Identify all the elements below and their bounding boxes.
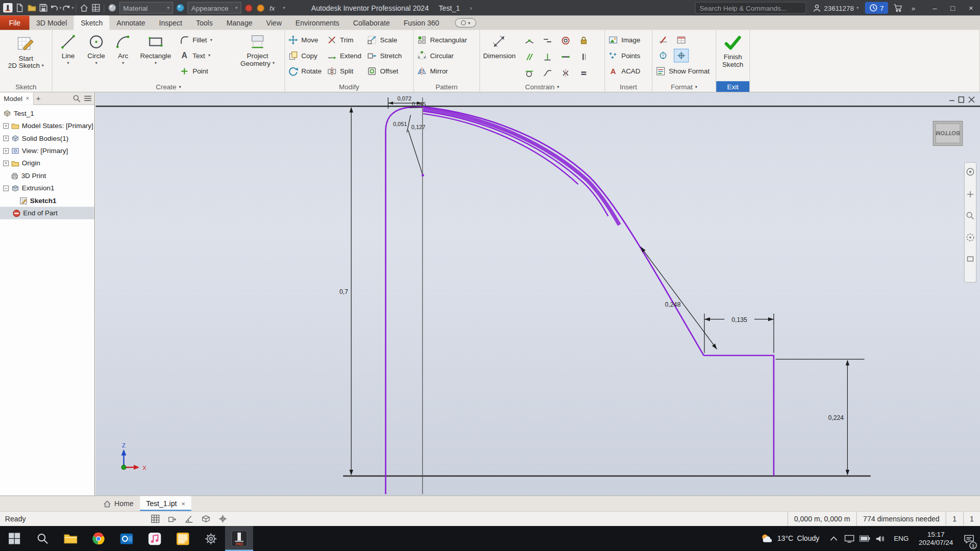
learning-panel-badge[interactable]: 7 [865,2,888,14]
tree-item-sketch1[interactable]: Sketch1 [0,194,94,207]
tab-view[interactable]: View [259,16,288,30]
trim-button[interactable]: Trim [326,32,365,47]
browser-search-icon[interactable] [72,94,81,103]
dimension-button[interactable]: Dimension [482,32,517,59]
close-button[interactable]: × [962,0,980,16]
stretch-button[interactable]: Stretch [365,47,407,63]
tab-close-icon[interactable]: × [181,500,185,508]
tab-sketch[interactable]: Sketch [74,16,110,30]
dimension-label[interactable]: 0,072 [397,95,411,102]
constraint-tangent-button[interactable] [522,66,536,80]
tray-battery-button[interactable] [857,526,873,551]
panel-label-constrain[interactable]: Constrain▾ [480,81,604,92]
dimension-label[interactable]: 0,248 [665,301,681,308]
rectangle-button[interactable]: Rectangle▾ [136,32,176,67]
appearance-select[interactable]: Appearance▾ [187,2,241,14]
panel-label-modify[interactable]: Modify [285,81,413,92]
tree-item-view[interactable]: + View: [Primary] [0,144,94,157]
dimension-style-button[interactable] [674,33,689,46]
split-button[interactable]: Split [326,63,365,79]
centerpoint-toggle-button[interactable] [674,48,689,62]
browser-tab-model[interactable]: Model× [0,92,34,105]
sketch-profile[interactable] [386,107,774,494]
color-orange-ball-icon[interactable] [254,1,266,14]
qat-more-icon[interactable]: ▾ [278,1,290,14]
tree-item-model-states[interactable]: + Model States: [Primary] [0,119,94,132]
constraint-concentric-button[interactable] [558,34,573,47]
tab-tools[interactable]: Tools [189,16,219,30]
move-button[interactable]: Move [287,32,326,47]
minimize-button[interactable]: – [925,0,944,16]
show-format-button[interactable]: Show Format [654,63,711,79]
inventor-taskbar-button[interactable]: PRO [225,526,253,551]
status-grid-icon[interactable] [151,514,160,523]
tree-item-origin[interactable]: + Origin [0,157,94,169]
material-select[interactable]: Material▾ [119,2,173,14]
toolbar-overflow-icon[interactable]: » [908,1,919,14]
line-button[interactable]: Line▾ [55,32,82,67]
material-ball-icon[interactable] [106,1,118,14]
tab-home[interactable]: Home [97,496,140,511]
ribbon-display-toggle-icon[interactable]: ▾ [455,18,476,28]
dimension-label[interactable]: 0,051 [393,121,407,127]
dimension-label[interactable]: 0,135 [731,316,747,323]
save-icon[interactable] [37,1,49,14]
insert-acad-button[interactable]: AACAD [607,63,642,79]
music-app-button[interactable] [141,526,169,551]
expand-icon[interactable]: + [3,123,9,129]
doc-window-controls[interactable] [949,97,974,103]
status-angle-icon[interactable] [185,514,194,523]
tab-inspect[interactable]: Inspect [152,16,189,30]
tray-volume-button[interactable] [873,526,889,551]
taskbar-search-button[interactable] [28,526,56,551]
circular-pattern-button[interactable]: Circular [415,47,468,63]
doc-close-icon[interactable] [969,97,974,103]
constraint-coincident-button[interactable] [522,34,536,47]
undo-icon[interactable]: ▾ [50,1,62,14]
start-2d-sketch-button[interactable]: Start 2D Sketch▾ [8,32,44,69]
mirror-button[interactable]: Mirror [415,63,468,79]
parameters-fx-icon[interactable]: fx [266,1,278,14]
browser-menu-icon[interactable] [84,95,92,102]
navigation-bar[interactable] [964,162,976,282]
copy-button[interactable]: Copy [287,47,326,63]
tree-item-3d-print[interactable]: 3D Print [0,169,94,182]
chrome-button[interactable] [84,526,112,551]
status-select-icon[interactable] [218,514,228,523]
weather-widget[interactable]: 13°CCloudy [755,534,826,544]
offset-button[interactable]: Offset [365,63,407,79]
tree-item-solid-bodies[interactable]: + Solid Bodies(1) [0,132,94,144]
constraint-lock-button[interactable] [576,34,591,47]
constraint-parallel-button[interactable] [522,50,536,64]
finish-sketch-button[interactable]: Finish Sketch [722,32,743,68]
tab-collaborate[interactable]: Collaborate [346,16,397,30]
circle-button[interactable]: Circle▾ [82,32,110,67]
viewcube[interactable]: BOTTOM [933,121,963,146]
tray-network-button[interactable] [841,526,857,551]
constraint-perpendicular-button[interactable] [540,50,554,64]
notes-app-button[interactable] [169,526,197,551]
construction-toggle-button[interactable] [655,33,670,46]
collapse-icon[interactable]: – [3,185,9,191]
new-file-icon[interactable] [14,1,26,14]
expand-icon[interactable]: + [3,160,9,166]
constraint-smooth-button[interactable] [540,66,554,80]
outlook-button[interactable] [112,526,140,551]
settings-button[interactable] [197,526,225,551]
tree-item-extrusion1[interactable]: – Extrusion1 [0,182,94,194]
app-logo-icon[interactable] [2,1,14,14]
tree-item-root[interactable]: Test_1 [0,107,94,119]
text-button[interactable]: A Text▾ [178,47,227,63]
cart-icon[interactable] [892,1,903,14]
centerline-toggle-button[interactable] [655,48,670,62]
constraint-symmetric-button[interactable] [558,66,573,80]
dimension-label[interactable]: 0,7 [339,288,348,295]
expand-icon[interactable]: + [3,135,9,141]
tab-environments[interactable]: Environments [288,16,346,30]
tab-3d-model[interactable]: 3D Model [30,16,74,30]
viewcube-face-label[interactable]: BOTTOM [936,130,960,136]
constraint-horizontal-button[interactable] [558,50,573,64]
panel-label-insert[interactable]: Insert [605,81,652,92]
insert-points-button[interactable]: Points [607,47,642,63]
viewport[interactable]: 0,7 0,072 0,045 0,051 0,127 0,248 [95,92,980,495]
